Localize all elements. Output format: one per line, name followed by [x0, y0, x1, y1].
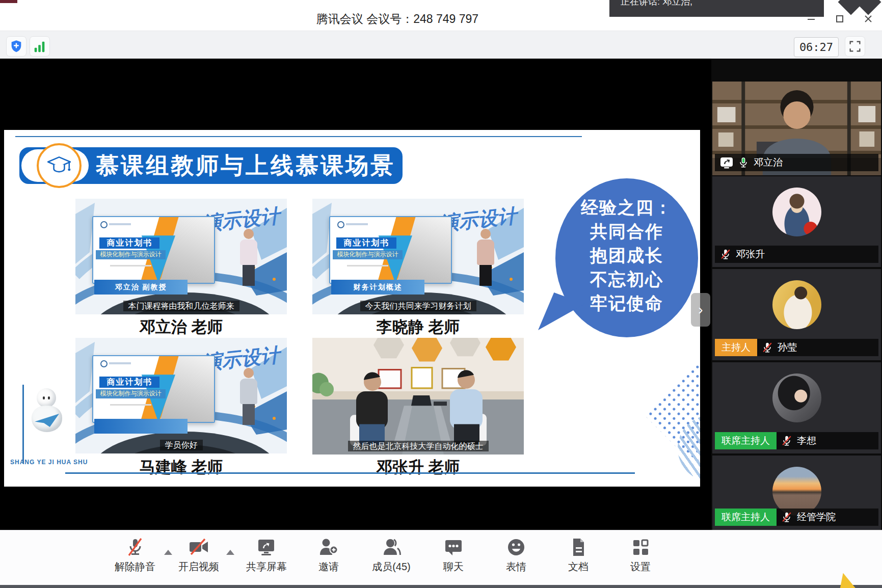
participant-tile-sun-ying[interactable]: 主持人 孙莹: [712, 269, 881, 360]
document-icon: [567, 536, 590, 558]
deck-title: 商业计划书: [99, 377, 159, 388]
shared-screen-stage: 慕课组教师与上线慕课场景 演示设计: [0, 59, 711, 530]
chat-button[interactable]: 聊天: [423, 536, 484, 574]
screen-sharing-icon: [720, 156, 733, 169]
participant-tile-deng-zhangsheng[interactable]: 邓张升: [712, 176, 881, 267]
deck-subtitle: 模块化制作与演示设计: [96, 250, 166, 259]
deck-logo: [100, 360, 108, 367]
share-screen-icon: [255, 536, 278, 558]
start-video-button[interactable]: 开启视频: [168, 536, 229, 574]
slide-video-li-xiaojing: 演示设计 商业计划书 模块化制作与演示设计 财务计划概述 今天我们共同来学习财务…: [312, 199, 524, 314]
slide-video-deng-zhangsheng: 然后也是北京科技大学自动化的硕士: [312, 338, 524, 455]
screen-edge-artifact: [0, 0, 17, 3]
participants-sidebar: 邓立治 邓张升 主持人: [711, 59, 882, 530]
meeting-toolbar: 解除静音 开启视频 共享屏幕: [0, 530, 882, 585]
mic-muted-icon: [762, 342, 773, 353]
shield-icon: [9, 39, 23, 54]
speaking-banner-text: 正在讲话: 邓立治,: [621, 0, 692, 8]
maximize-icon: [835, 14, 845, 24]
avatar: [772, 373, 821, 422]
meeting-security-button[interactable]: [6, 36, 26, 57]
video-subtitle: 学员你好: [75, 440, 287, 451]
title-bar: 腾讯会议 会议号：248 749 797 正在讲话: 邓立治,: [0, 0, 882, 31]
deck-logo-text-line: [109, 362, 131, 364]
camera-off-icon: [187, 536, 210, 558]
emoji-button[interactable]: 表情: [486, 536, 547, 574]
invite-icon: [317, 536, 340, 558]
cohost-badge: 联席主持人: [715, 509, 777, 526]
camera-options-caret[interactable]: [226, 550, 234, 555]
video-name-tag: [94, 419, 188, 434]
tencent-meeting-window: 腾讯会议 会议号：248 749 797 正在讲话: 邓立治,: [0, 0, 882, 588]
mic-muted-icon: [781, 512, 792, 523]
mic-muted-icon: [781, 435, 792, 446]
deck-card: 商业计划书 模块化制作与演示设计: [92, 355, 215, 423]
participant-name-bar: 邓立治: [715, 154, 878, 171]
speech-bubble: 经验之四： 共同合作 抱团成长 不忘初心 牢记使命: [555, 178, 698, 337]
video-subtitle: 然后也是北京科技大学自动化的硕士: [312, 441, 524, 452]
graduation-cap-icon: [46, 154, 72, 177]
expand-panel-button[interactable]: ›: [691, 293, 710, 327]
mic-muted-icon: [124, 536, 146, 558]
presenter-legs: [243, 404, 255, 425]
close-icon: [863, 14, 873, 24]
presenter-figure: [238, 229, 259, 286]
participant-name: 孙莹: [778, 341, 797, 354]
mascot-eye: [48, 396, 50, 399]
slide-video-ma-jianfeng: 演示设计 商业计划书 模块化制作与演示设计 学员你好: [75, 338, 287, 453]
avatar: [772, 280, 821, 329]
video-caption: 邓张升 老师: [312, 457, 524, 478]
video-subtitle: 今天我们共同来学习财务计划: [312, 301, 524, 312]
invite-button[interactable]: 邀请: [298, 536, 359, 574]
video-caption: 马建峰 老师: [75, 457, 287, 478]
video-caption: 李晓静 老师: [312, 316, 524, 338]
settings-button[interactable]: 设置: [610, 536, 671, 574]
deck-title: 商业计划书: [99, 237, 159, 249]
mascot-caption: SHANG YE JI HUA SHU: [10, 459, 87, 466]
deck-note-line: [110, 404, 151, 406]
deck-logo-text-line: [346, 223, 368, 225]
screen-edge-strip: [0, 585, 882, 588]
signal-bars-icon: [33, 39, 47, 54]
share-screen-button[interactable]: 共享屏幕: [236, 536, 297, 574]
video-subtitle: 本门课程将由我和几位老师来: [75, 301, 287, 312]
deck-note-line: [347, 265, 388, 266]
slide-title: 慕课组教师与上线慕课场景: [96, 147, 395, 184]
deck-title: 商业计划书: [336, 237, 396, 249]
members-icon: [380, 536, 403, 558]
video-caption: 邓立治 老师: [75, 316, 287, 338]
participant-name-bar: 主持人 孙莹: [715, 339, 878, 356]
participant-tile-jingguan-xueyuan[interactable]: 联席主持人 经管学院: [712, 456, 881, 530]
chevron-right-icon: ›: [698, 302, 703, 318]
participant-name-bar: 联席主持人 经管学院: [715, 509, 878, 526]
chat-icon: [442, 536, 465, 558]
deck-card: 商业计划书 模块化制作与演示设计: [92, 216, 215, 284]
participant-tile-deng-lizhi[interactable]: 邓立治: [712, 82, 881, 175]
docs-button[interactable]: 文档: [548, 536, 609, 574]
graduation-cap-badge: [37, 143, 82, 188]
mascot-figure: SHANG YE JI HUA SHU: [17, 382, 78, 469]
decor-horizontal-line: [65, 472, 635, 474]
presentation-slide: 慕课组教师与上线慕课场景 演示设计: [4, 130, 700, 487]
mascot-head: [37, 388, 56, 408]
deck-note-line: [110, 265, 151, 266]
interview-scene-graphic: [312, 338, 524, 455]
meeting-timer: 06:27: [794, 37, 839, 57]
avatar: [772, 188, 821, 236]
deck-subtitle: 模块化制作与演示设计: [96, 389, 166, 398]
presenter-legs: [243, 264, 255, 286]
video-name-tag: 财务计划概述: [331, 280, 424, 295]
network-signal-button[interactable]: [30, 36, 50, 57]
fullscreen-button[interactable]: [845, 36, 865, 57]
members-button[interactable]: 成员(45): [361, 536, 422, 574]
participant-name-bar: 联席主持人 李想: [715, 432, 878, 449]
deck-logo: [337, 221, 344, 228]
unmute-button[interactable]: 解除静音: [104, 536, 166, 574]
deck-logo: [100, 221, 108, 228]
emoji-icon: [505, 536, 527, 558]
participant-name: 邓立治: [754, 156, 783, 169]
slide-top-rule: [15, 136, 582, 137]
maximize-button[interactable]: [834, 13, 845, 24]
participant-tile-li-xiang[interactable]: 联席主持人 李想: [712, 362, 881, 453]
speech-bubble-text: 经验之四： 共同合作 抱团成长 不忘初心 牢记使命: [555, 196, 698, 315]
